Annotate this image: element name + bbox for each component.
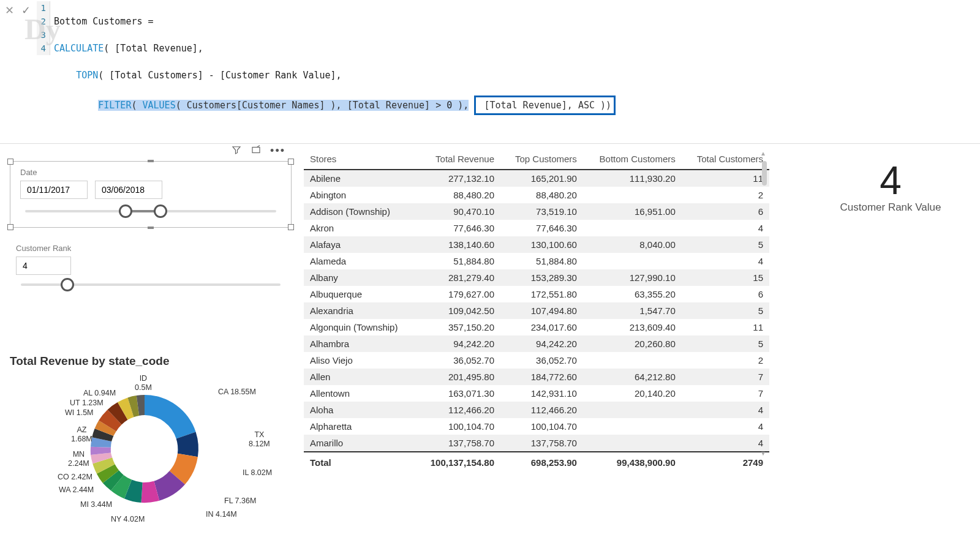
formula-editor[interactable]: Bottom Customers = CALCULATE( [Total Rev… — [50, 1, 978, 142]
table-row[interactable]: Alexandria109,042.50107,494.801,547.705 — [304, 302, 769, 319]
formula-gutter: 1 2 3 4 — [37, 1, 50, 55]
filter-icon[interactable] — [231, 144, 242, 157]
table-row[interactable]: Alameda51,884.8051,884.804 — [304, 253, 769, 269]
col-total-customers[interactable]: Total Customers — [682, 149, 769, 170]
donut-label: WA 2.44M — [59, 485, 94, 495]
rank-slider-handle[interactable] — [61, 278, 74, 291]
donut-label: AZ1.68M — [71, 425, 92, 444]
table-header-row: Stores Total Revenue Top Customers Botto… — [304, 149, 769, 170]
table-row[interactable]: Alpharetta100,104.70100,104.704 — [304, 418, 769, 435]
donut-label: CA 18.55M — [218, 388, 256, 397]
table-row[interactable]: Aloha112,466.20112,466.204 — [304, 402, 769, 418]
table-row[interactable]: Albuquerque179,627.00172,551.8063,355.20… — [304, 286, 769, 302]
table-row[interactable]: Allen201,495.80184,772.6064,212.807 — [304, 369, 769, 385]
donut-label: ID0.5M — [135, 374, 152, 392]
card-value: 4 — [811, 161, 970, 200]
donut-label: IN 4.14M — [206, 510, 237, 519]
focus-mode-icon[interactable] — [251, 144, 262, 157]
donut-label: NY 4.02M — [111, 515, 145, 524]
card-label: Customer Rank Value — [811, 201, 970, 214]
donut-label: MI 3.44M — [80, 500, 112, 509]
date-slider-start-handle[interactable] — [119, 204, 132, 218]
donut-label: CO 2.42M — [58, 473, 92, 482]
rank-value-input[interactable] — [16, 257, 71, 275]
donut-label: WI 1.5M — [65, 408, 94, 418]
donut-label: FL 7.36M — [224, 497, 256, 506]
date-slicer-title: Date — [20, 168, 281, 177]
stores-table-visual[interactable]: Stores Total Revenue Top Customers Botto… — [304, 149, 769, 473]
rank-slider-track[interactable] — [21, 283, 281, 286]
table-row[interactable]: Aliso Viejo36,052.7036,052.702 — [304, 352, 769, 369]
table-row[interactable]: Addison (Township)90,470.1073,519.1016,9… — [304, 203, 769, 220]
more-options-icon[interactable]: ••• — [270, 144, 285, 157]
table-scrollbar[interactable]: ▲ ▼ — [761, 149, 768, 473]
customer-rank-slicer[interactable]: Customer Rank — [10, 240, 292, 293]
donut-chart-visual[interactable]: Total Revenue by state_code — [10, 354, 279, 551]
rank-slicer-title: Customer Rank — [16, 244, 285, 253]
table-row[interactable]: Allentown163,071.30142,931.1020,140.207 — [304, 385, 769, 402]
table-row[interactable]: Abilene277,132.10165,201.90111,930.2011 — [304, 170, 769, 187]
donut-label: UT 1.23M — [70, 399, 104, 408]
svg-rect-0 — [252, 148, 260, 153]
stores-table[interactable]: Stores Total Revenue Top Customers Botto… — [304, 149, 769, 473]
date-slicer[interactable]: Date — [10, 161, 292, 228]
date-slider-track[interactable] — [25, 210, 276, 212]
donut-label: IL 8.02M — [243, 468, 272, 478]
date-end-input[interactable] — [95, 181, 162, 199]
col-bottom-customers[interactable]: Bottom Customers — [583, 149, 682, 170]
formula-bar: ✕ ✓ 1 2 3 4 Bottom Customers = CALCULATE… — [0, 0, 980, 144]
table-row[interactable]: Albany281,279.40153,289.30127,990.1015 — [304, 269, 769, 286]
customer-rank-card[interactable]: 4 Customer Rank Value — [811, 161, 970, 214]
donut-label: TX8.12M — [249, 430, 270, 449]
col-total-revenue[interactable]: Total Revenue — [415, 149, 500, 170]
table-row[interactable]: Algonquin (Township)357,150.20234,017.60… — [304, 319, 769, 335]
table-row[interactable]: Amarillo137,758.70137,758.704 — [304, 435, 769, 452]
table-row[interactable]: Abington88,480.2088,480.202 — [304, 187, 769, 203]
table-row[interactable]: Alafaya138,140.60130,100.608,040.005 — [304, 236, 769, 253]
date-start-input[interactable] — [20, 181, 88, 199]
donut-title: Total Revenue by state_code — [10, 354, 279, 368]
table-total-row: Total 100,137,154.80 698,253.90 99,438,9… — [304, 452, 769, 473]
col-top-customers[interactable]: Top Customers — [500, 149, 583, 170]
donut-label: MN2.24M — [68, 450, 89, 468]
col-stores[interactable]: Stores — [304, 149, 415, 170]
formula-commit-icon[interactable]: ✓ — [21, 4, 31, 17]
formula-highlight-box: [Total Revenue], ASC )) — [474, 96, 616, 115]
table-row[interactable]: Alhambra94,242.2094,242.2020,260.805 — [304, 335, 769, 352]
formula-cancel-icon[interactable]: ✕ — [5, 4, 14, 17]
date-slider-end-handle[interactable] — [154, 204, 167, 218]
donut-label: AL 0.94M — [83, 389, 116, 398]
table-row[interactable]: Akron77,646.3077,646.304 — [304, 220, 769, 236]
